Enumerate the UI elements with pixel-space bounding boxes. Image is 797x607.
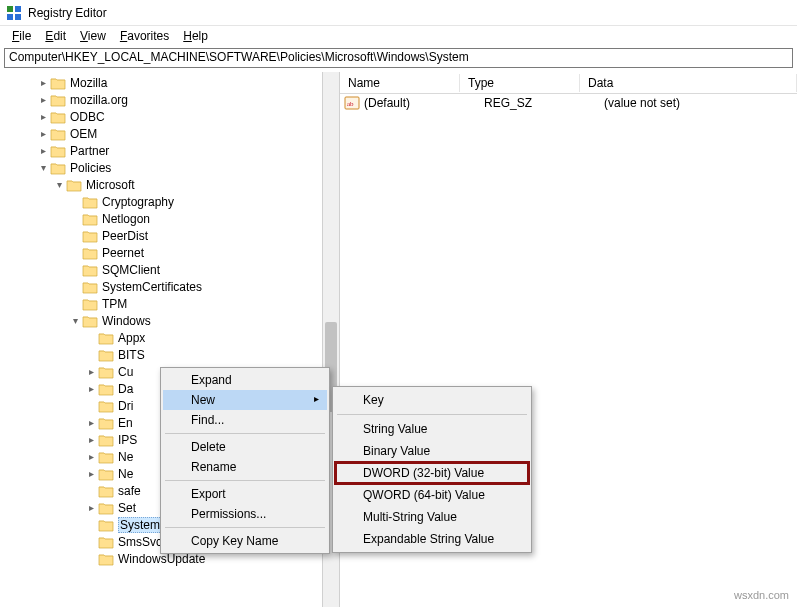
chevron-icon[interactable]: ▸: [84, 383, 98, 394]
col-header-data[interactable]: Data: [580, 74, 797, 92]
tree-item[interactable]: ▾Policies: [4, 159, 339, 176]
folder-icon: [98, 484, 114, 498]
chevron-icon[interactable]: ▾: [52, 179, 66, 190]
folder-icon: [82, 280, 98, 294]
tree-item[interactable]: TPM: [4, 295, 339, 312]
folder-icon: [50, 161, 66, 175]
menu-item[interactable]: Multi-String Value: [335, 506, 529, 528]
value-type: REG_SZ: [476, 96, 596, 110]
tree-item[interactable]: BITS: [4, 346, 339, 363]
tree-item[interactable]: ▾Windows: [4, 312, 339, 329]
menu-item[interactable]: Delete: [163, 437, 327, 457]
tree-item[interactable]: PeerDist: [4, 227, 339, 244]
chevron-icon[interactable]: ▾: [68, 315, 82, 326]
tree-item[interactable]: Peernet: [4, 244, 339, 261]
tree-item[interactable]: Netlogon: [4, 210, 339, 227]
chevron-icon[interactable]: ▸: [84, 451, 98, 462]
folder-icon: [98, 331, 114, 345]
col-header-type[interactable]: Type: [460, 74, 580, 92]
menu-favorites[interactable]: Favorites: [114, 28, 175, 44]
chevron-icon[interactable]: ▸: [36, 111, 50, 122]
context-menu[interactable]: ExpandNew▸Find...DeleteRenameExportPermi…: [160, 367, 330, 554]
chevron-icon[interactable]: ▸: [36, 77, 50, 88]
tree-item-label: Dri: [118, 399, 133, 413]
tree-item-label: BITS: [118, 348, 145, 362]
menu-separator: [165, 527, 325, 528]
menu-file[interactable]: File: [6, 28, 37, 44]
value-name: (Default): [364, 96, 476, 110]
values-header: Name Type Data: [340, 72, 797, 94]
folder-icon: [98, 382, 114, 396]
menu-help[interactable]: Help: [177, 28, 214, 44]
tree-item-label: IPS: [118, 433, 137, 447]
value-row[interactable]: (Default)REG_SZ(value not set): [340, 94, 797, 112]
menu-item[interactable]: Expand: [163, 370, 327, 390]
menu-item[interactable]: New▸: [163, 390, 327, 410]
tree-item[interactable]: SystemCertificates: [4, 278, 339, 295]
regedit-icon: [6, 5, 22, 21]
tree-item-label: Da: [118, 382, 133, 396]
menu-item[interactable]: Binary Value: [335, 440, 529, 462]
menu-item[interactable]: Expandable String Value: [335, 528, 529, 550]
folder-icon: [82, 314, 98, 328]
chevron-icon[interactable]: ▸: [84, 468, 98, 479]
tree-item-label: Ne: [118, 450, 133, 464]
menu-bar: File Edit View Favorites Help: [0, 26, 797, 46]
tree-item-label: Policies: [70, 161, 111, 175]
tree-item[interactable]: Appx: [4, 329, 339, 346]
col-header-name[interactable]: Name: [340, 74, 460, 92]
menu-item[interactable]: String Value: [335, 418, 529, 440]
chevron-icon[interactable]: ▸: [36, 145, 50, 156]
chevron-icon[interactable]: ▸: [84, 434, 98, 445]
chevron-icon[interactable]: ▸: [84, 502, 98, 513]
menu-item[interactable]: Copy Key Name: [163, 531, 327, 551]
folder-icon: [50, 144, 66, 158]
folder-icon: [98, 399, 114, 413]
tree-item[interactable]: ▸ODBC: [4, 108, 339, 125]
tree-item[interactable]: ▾Microsoft: [4, 176, 339, 193]
menu-edit[interactable]: Edit: [39, 28, 72, 44]
chevron-icon[interactable]: ▾: [36, 162, 50, 173]
address-bar[interactable]: Computer\HKEY_LOCAL_MACHINE\SOFTWARE\Pol…: [4, 48, 793, 68]
tree-item[interactable]: ▸OEM: [4, 125, 339, 142]
folder-icon: [66, 178, 82, 192]
tree-item[interactable]: Cryptography: [4, 193, 339, 210]
folder-icon: [98, 552, 114, 566]
folder-icon: [82, 246, 98, 260]
tree-item-label: Windows: [102, 314, 151, 328]
string-value-icon: [344, 95, 360, 111]
tree-item-label: safe: [118, 484, 141, 498]
menu-item[interactable]: DWORD (32-bit) Value: [335, 462, 529, 484]
tree-item-label: SystemCertificates: [102, 280, 202, 294]
tree-item[interactable]: ▸mozilla.org: [4, 91, 339, 108]
tree-item[interactable]: ▸Mozilla: [4, 74, 339, 91]
folder-icon: [50, 127, 66, 141]
tree-item-label: SmsSvc: [118, 535, 162, 549]
menu-item[interactable]: Find...: [163, 410, 327, 430]
tree-item[interactable]: SQMClient: [4, 261, 339, 278]
menu-item[interactable]: Rename: [163, 457, 327, 477]
menu-item[interactable]: Permissions...: [163, 504, 327, 524]
chevron-icon[interactable]: ▸: [84, 366, 98, 377]
menu-item[interactable]: Key: [335, 389, 529, 411]
chevron-icon[interactable]: ▸: [36, 128, 50, 139]
tree-item[interactable]: ▸Partner: [4, 142, 339, 159]
folder-icon: [82, 297, 98, 311]
tree-item-label: Netlogon: [102, 212, 150, 226]
folder-icon: [98, 535, 114, 549]
tree-item-label: En: [118, 416, 133, 430]
context-submenu-new[interactable]: KeyString ValueBinary ValueDWORD (32-bit…: [332, 386, 532, 553]
folder-icon: [98, 348, 114, 362]
tree-item-label: mozilla.org: [70, 93, 128, 107]
chevron-icon[interactable]: ▸: [36, 94, 50, 105]
window-title: Registry Editor: [28, 6, 107, 20]
menu-item[interactable]: Export: [163, 484, 327, 504]
menu-view[interactable]: View: [74, 28, 112, 44]
tree-item-label: Mozilla: [70, 76, 107, 90]
folder-icon: [98, 433, 114, 447]
chevron-icon[interactable]: ▸: [84, 417, 98, 428]
folder-icon: [50, 93, 66, 107]
menu-item[interactable]: QWORD (64-bit) Value: [335, 484, 529, 506]
folder-icon: [82, 229, 98, 243]
folder-icon: [98, 518, 114, 532]
